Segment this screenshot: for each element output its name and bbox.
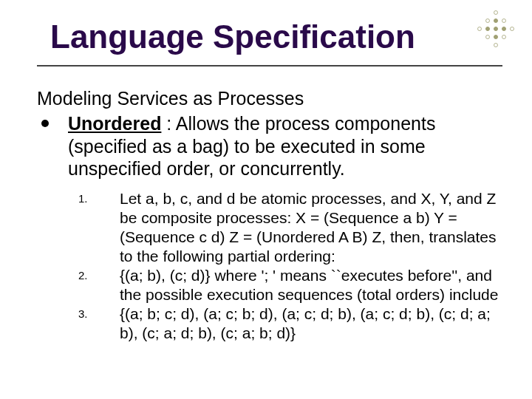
bullet-icon <box>41 120 49 127</box>
list-number: 1. <box>78 189 120 266</box>
slide: Language Specification Modeling Services… <box>0 0 532 399</box>
bullet-text: Unordered : Allows the process component… <box>68 112 502 180</box>
list-text: {(a; b; c; d), (a; c; b; d), (a; c; d; b… <box>120 304 502 343</box>
list-text: {(a; b), (c; d)} where '; ' means ``exec… <box>120 266 502 304</box>
bullet-key-term: Unordered <box>68 113 161 134</box>
list-item: 3. {(a; b; c; d), (a; c; b; d), (a; c; d… <box>78 304 502 343</box>
decorative-dot-grid <box>477 10 516 49</box>
list-item: 1. Let a, b, c, and d be atomic processe… <box>78 189 502 266</box>
slide-title: Language Specification <box>37 13 502 66</box>
list-number: 2. <box>78 266 120 304</box>
list-number: 3. <box>78 304 120 343</box>
section-subtitle: Modeling Services as Processes <box>37 87 502 109</box>
list-text: Let a, b, c, and d be atomic processes, … <box>120 189 502 266</box>
bullet-item: Unordered : Allows the process component… <box>37 112 502 180</box>
list-item: 2. {(a; b), (c; d)} where '; ' means ``e… <box>78 266 502 304</box>
numbered-list: 1. Let a, b, c, and d be atomic processe… <box>78 189 502 343</box>
